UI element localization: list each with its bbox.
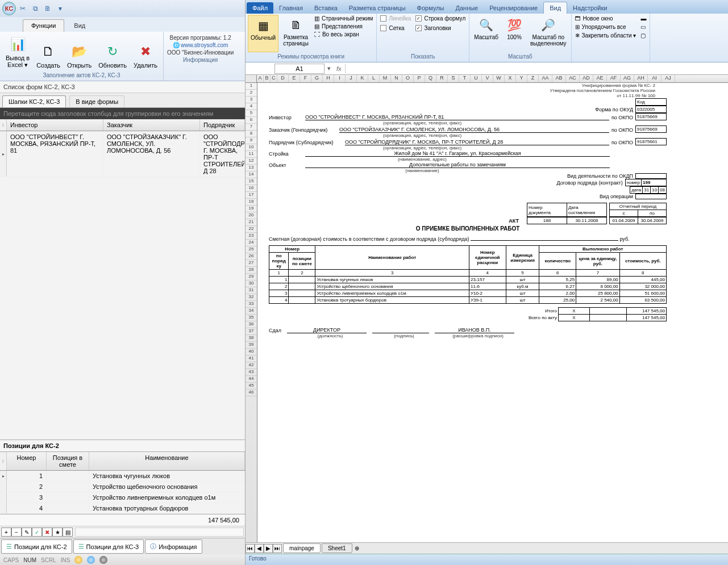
document-icon[interactable]: 🗎 [42,3,53,14]
tab-data[interactable]: Данные [450,2,484,14]
tab-home[interactable]: Главная [273,2,309,14]
headings-checkbox[interactable]: ✓Заголовки [414,24,467,32]
tab-form-view[interactable]: В виде формы [69,95,124,107]
tab-positions-ks3[interactable]: ☰Позиции для КС-3 [73,539,144,554]
first-sheet-button[interactable]: ⏮ [246,544,255,553]
select-all-corner[interactable] [246,75,257,83]
page-break-button[interactable]: ▥Страничный режим [313,15,374,22]
tab-positions-ks2[interactable]: ☰Позиции для КС-2 [1,539,72,554]
col-pos-smeta[interactable]: Позиция в смете [47,452,89,470]
row-headers[interactable]: 1234567891011121314151617181920212223242… [246,83,257,542]
ribbon-info-panel: Версия программы: 1.2 🌐www.stroysoft.com… [164,32,237,81]
open-button[interactable]: 📂Открыть [65,41,94,70]
custom-views-button[interactable]: ▤Представления [313,23,374,30]
num-label: номер [625,179,641,186]
col-investor[interactable]: Инвестор [7,119,103,131]
date-month: 10 [651,187,659,194]
dropdown-icon[interactable]: ▾ [55,3,66,14]
sheet-tab-mainpage[interactable]: mainpage [283,543,321,553]
arrange-all-button[interactable]: ⊞Упорядочить все [574,23,638,31]
col-number[interactable]: Номер [7,452,47,470]
zoom-100-button[interactable]: 💯100% [503,15,526,52]
formula-bar-checkbox[interactable]: ✓Строка формул [414,15,467,22]
delete-button[interactable]: ✖Удалить [131,41,160,70]
tab-view-excel[interactable]: Вид [543,2,567,14]
col-name[interactable]: Наименование [89,452,245,470]
group-by-hint[interactable]: Перетащите сюда заголовок столбца для гр… [0,108,245,119]
positions-row[interactable]: 3 Устройство ливнеприемных колодцев o1м [0,492,245,503]
director-value: ДИРЕКТОР [287,327,367,333]
act-label: АКТ [509,218,519,224]
tab-page-layout[interactable]: Разметка страницы [343,2,411,14]
bookmark-button[interactable]: ★ [52,528,63,537]
new-sheet-button[interactable]: ⊕ [355,545,359,551]
edit-record-button[interactable]: ✎ [22,528,32,537]
col-contractor[interactable]: Подрядчик [200,119,245,131]
positions-row[interactable]: 4 Установка тротуарных бордюров [0,503,245,514]
quick-access-toolbar: КС ✂ ⧉ 🗎 ▾ [0,0,245,17]
contract-price-label: Сметная (договорная) стоимость в соответ… [269,236,469,242]
tab-file[interactable]: Файл [247,2,273,14]
build-label: Стройка [269,151,303,157]
fullscreen-icon: ⛶ [314,31,320,37]
fx-icon[interactable]: fx [333,65,345,72]
page-layout-button[interactable]: 🗎Разметка страницы [281,15,311,52]
export-excel-button[interactable]: 📊Вывод в Excel ▾ [3,34,32,70]
tab-information[interactable]: ⓘИнформация [145,539,202,554]
full-screen-button[interactable]: ⛶Во весь экран [313,31,374,38]
tab-formulas[interactable]: Формулы [411,2,450,14]
org-hint-2: (организация, адрес, телефон, факс) [269,133,576,138]
freeze-panes-button[interactable]: ❄Закрепить области ▾ [574,32,638,39]
sheet-tab-sheet1[interactable]: Sheet1 [322,543,352,553]
name-box[interactable]: А1 [274,64,325,74]
split-button[interactable]: ▬ [639,15,647,22]
last-sheet-button[interactable]: ⏭ [273,544,282,553]
hide-button[interactable]: ▭ [639,23,647,31]
horizontal-scrollbar[interactable] [75,528,244,537]
period-label: Отчетный период [610,203,667,210]
col-customer[interactable]: Заказчик [103,119,200,131]
tab-view[interactable]: Вид [65,19,94,32]
tab-review[interactable]: Рецензирование [484,2,543,14]
worksheet-canvas[interactable]: Унифицированная форма № КС- 2 Утверждена… [257,83,728,542]
column-headers[interactable]: ABCDEFGHIJKLMNOPQRSTUVWXYZAAABACADAEAFAG… [257,75,728,83]
org-hint-1: (организация, адрес, телефон, факс) [269,120,576,125]
name-box-dropdown-icon[interactable]: ▾ [325,65,333,72]
excel-status-bar: Готово [246,554,728,565]
app-logo-icon[interactable]: КС [2,2,16,15]
itogo-value: 147 545,00 [627,308,667,315]
ruler-checkbox[interactable]: Линейка [379,15,412,22]
prev-sheet-button[interactable]: ◀ [255,544,264,553]
add-record-button[interactable]: + [1,528,11,537]
refresh-icon: ↻ [103,43,122,61]
refresh-button[interactable]: ↻Обновить [96,41,129,70]
tab-hats[interactable]: Шапки КС-2, КС-3 [2,95,66,107]
list-icon: ☰ [6,543,12,550]
tab-functions[interactable]: Функции [23,19,64,32]
sdal-label: Сдал [269,328,281,333]
globe-icon: 🌐 [173,42,180,48]
tab-insert[interactable]: Вставка [309,2,343,14]
filter-button[interactable]: ▤ [63,528,73,537]
unhide-button[interactable]: ▢ [639,32,647,39]
gridlines-checkbox[interactable]: Сетка [379,24,412,32]
tab-addins[interactable]: Надстройки [567,2,613,14]
site-link[interactable]: www.stroysoft.com [181,42,228,48]
create-button[interactable]: 🗋Создать [34,41,63,70]
positions-row[interactable]: ▸ 1 Установка чугунных люков [0,471,245,482]
zoom-button[interactable]: 🔍Масштаб [472,15,501,52]
formula-input[interactable] [345,64,728,73]
unhide-icon: ▢ [640,32,646,39]
normal-view-button[interactable]: ▦Обычный [248,15,278,52]
accept-button[interactable]: ✓ [32,528,42,537]
cancel-edit-button[interactable]: ✖ [42,528,52,537]
cell-name: Установка чугунных люков [89,471,245,481]
copy-icon[interactable]: ⧉ [30,3,41,14]
zoom-selection-button[interactable]: 🔎Масштаб по выделенному [528,15,569,52]
next-sheet-button[interactable]: ▶ [264,544,273,553]
remove-record-button[interactable]: − [11,528,22,537]
new-window-button[interactable]: 🗔Новое окно [574,15,638,22]
positions-row[interactable]: 2 Устройство щебеночного основания [0,482,245,492]
forms-grid-row[interactable]: ▸ ООО "СТРОЙИНВЕСТ" Г. МОСКВА, РЯЗАНСКИЙ… [0,131,245,177]
cut-icon[interactable]: ✂ [17,3,28,14]
